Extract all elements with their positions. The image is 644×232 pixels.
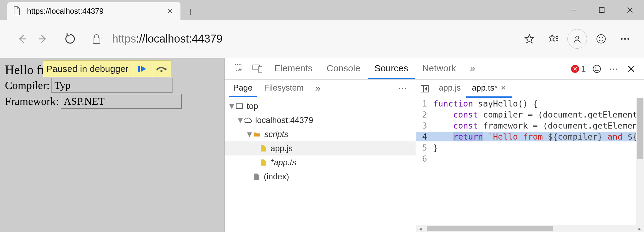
scroll-left-icon[interactable]: ◂ xyxy=(416,225,425,232)
code-editor[interactable]: 1 function sayHello() { 2 const compiler… xyxy=(416,98,644,232)
gutter-4: 4 xyxy=(416,132,431,141)
svg-point-2 xyxy=(576,36,579,39)
devtools-feedback-icon[interactable] xyxy=(589,62,604,76)
compiler-input[interactable] xyxy=(51,78,172,93)
svg-rect-9 xyxy=(138,66,140,72)
debugger-paused-message: Paused in debugger xyxy=(43,64,133,74)
tree-file-appjs[interactable]: app.js xyxy=(225,141,416,155)
tab-console[interactable]: Console xyxy=(320,59,367,79)
gutter-1: 1 xyxy=(416,99,431,108)
lock-icon xyxy=(89,32,104,46)
tab-elements[interactable]: Elements xyxy=(267,59,319,79)
scrollbar-thumb[interactable] xyxy=(637,98,643,159)
svg-point-15 xyxy=(595,67,596,68)
profile-icon[interactable] xyxy=(567,29,587,49)
chevron-down-icon: ▼ xyxy=(245,130,252,139)
devtools-menu-icon[interactable]: ⋯ xyxy=(605,63,623,74)
tree-folder-scripts[interactable]: ▼ scripts xyxy=(225,127,416,141)
forward-button[interactable] xyxy=(32,29,53,49)
sources-subtab-page[interactable]: Page xyxy=(229,80,257,97)
svg-point-7 xyxy=(624,38,626,40)
svg-point-6 xyxy=(621,38,623,40)
tree-file-index-label: (index) xyxy=(264,172,289,181)
devtools-close-icon[interactable] xyxy=(623,65,639,73)
favorites-list-icon[interactable] xyxy=(544,29,563,49)
address-bar[interactable]: https://localhost:44379 xyxy=(80,32,520,46)
editor-tab-close-icon[interactable]: ✕ xyxy=(501,84,506,92)
new-tab-button[interactable] xyxy=(182,4,198,20)
window-close-button[interactable] xyxy=(616,1,644,19)
menu-more-icon[interactable] xyxy=(615,29,635,49)
file-ts-icon xyxy=(259,159,267,166)
svg-point-10 xyxy=(161,70,163,72)
browser-tab[interactable]: https://localhost:44379 xyxy=(7,2,180,20)
svg-point-5 xyxy=(602,37,603,38)
gutter-3: 3 xyxy=(416,121,431,130)
framework-label: Framework: xyxy=(5,95,59,108)
tree-folder-label: scripts xyxy=(264,130,288,139)
gutter-2: 2 xyxy=(416,110,431,119)
editor-tab-appjs[interactable]: app.js xyxy=(433,80,466,98)
url-host: ://localhost:44379 xyxy=(136,32,222,45)
editor-tab-appjs-label: app.js xyxy=(439,83,461,93)
tree-file-appts[interactable]: *app.ts xyxy=(225,155,416,170)
feedback-smiley-icon[interactable] xyxy=(591,29,611,49)
svg-point-3 xyxy=(597,35,605,43)
tree-domain[interactable]: ▼ localhost:44379 xyxy=(225,113,416,127)
svg-rect-1 xyxy=(93,38,100,43)
page-viewport: Hello fr Compiler: Framework: Paused in … xyxy=(0,58,225,232)
debugger-step-over-button[interactable] xyxy=(152,61,171,77)
debugger-paused-overlay: Paused in debugger xyxy=(43,60,171,77)
gutter-6: 6 xyxy=(416,154,431,163)
back-button[interactable] xyxy=(12,29,32,49)
error-indicator[interactable]: ✕ 1 xyxy=(568,64,589,74)
svg-point-14 xyxy=(593,65,600,73)
url-protocol: https xyxy=(112,32,136,45)
tree-file-appjs-label: app.js xyxy=(271,144,293,153)
editor-tab-appts[interactable]: app.ts* ✕ xyxy=(466,80,512,98)
tab-title: https://localhost:44379 xyxy=(27,7,165,16)
vertical-scrollbar[interactable] xyxy=(636,98,644,225)
framework-input[interactable] xyxy=(61,94,182,109)
sources-subtabs-more-icon[interactable]: » xyxy=(311,80,325,97)
chevron-down-icon: ▼ xyxy=(236,116,243,125)
file-icon xyxy=(252,173,261,180)
device-toolbar-icon[interactable] xyxy=(248,61,267,77)
error-count: 1 xyxy=(581,64,586,74)
toggle-navigator-icon[interactable] xyxy=(416,80,433,98)
svg-point-16 xyxy=(598,67,599,68)
chevron-down-icon: ▼ xyxy=(228,102,234,111)
window-minimize-button[interactable] xyxy=(559,1,588,19)
svg-point-8 xyxy=(627,38,629,40)
tabs-more-icon[interactable]: » xyxy=(463,59,482,79)
svg-point-4 xyxy=(599,37,600,38)
gutter-5: 5 xyxy=(416,143,431,152)
cloud-icon xyxy=(244,118,252,123)
window-icon xyxy=(235,103,244,109)
folder-icon xyxy=(253,132,261,137)
tab-close-icon[interactable] xyxy=(165,6,175,16)
refresh-button[interactable] xyxy=(60,29,80,49)
scrollbar-thumb[interactable] xyxy=(427,226,553,231)
svg-rect-17 xyxy=(236,104,242,109)
editor-tab-appts-label: app.ts* xyxy=(472,83,498,93)
tree-file-index[interactable]: (index) xyxy=(225,170,416,184)
favorite-star-icon[interactable] xyxy=(520,29,539,49)
tree-domain-label: localhost:44379 xyxy=(255,116,313,125)
debugger-resume-button[interactable] xyxy=(133,61,152,77)
sources-subtabs-menu-icon[interactable]: ⋯ xyxy=(394,80,411,97)
scroll-right-icon[interactable]: ▸ xyxy=(635,225,644,232)
inspect-element-icon[interactable] xyxy=(229,61,248,77)
devtools-panel: Elements Console Sources Network » ✕ 1 ⋯… xyxy=(225,58,644,232)
tab-sources[interactable]: Sources xyxy=(368,59,415,79)
horizontal-scrollbar[interactable]: ◂ ▸ xyxy=(416,225,644,232)
tree-top[interactable]: ▼ top xyxy=(225,99,416,113)
tree-top-label: top xyxy=(247,102,258,111)
error-icon: ✕ xyxy=(571,65,579,73)
sources-subtab-filesystem[interactable]: Filesystem xyxy=(260,80,308,97)
window-maximize-button[interactable] xyxy=(588,1,616,19)
tab-network[interactable]: Network xyxy=(415,59,463,79)
file-js-icon xyxy=(259,145,267,152)
svg-rect-13 xyxy=(258,67,262,72)
page-icon xyxy=(13,6,21,16)
